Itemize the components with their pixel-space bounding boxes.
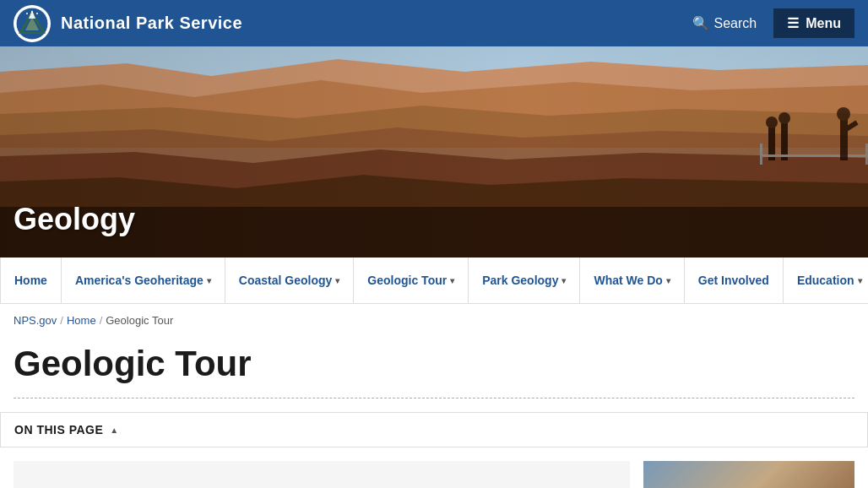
breadcrumb: NPS.gov / Home / Geologic Tour [0, 304, 868, 337]
page-title: Geologic Tour [0, 337, 868, 398]
menu-icon: ☰ [787, 15, 799, 31]
americas-geoheritage-chevron-icon: ▾ [207, 276, 211, 285]
on-this-page-label: ON THIS PAGE [14, 423, 103, 436]
nav-education-label: Education [797, 274, 854, 287]
nav-home-label: Home [14, 274, 47, 287]
search-icon: 🔍 [692, 15, 709, 31]
content-text-placeholder [14, 461, 630, 488]
header-left: National Park Service [14, 5, 242, 42]
breadcrumb-home-link[interactable]: Home [67, 314, 96, 327]
nav-americas-geoheritage-label: America's Geoheritage [75, 274, 203, 287]
education-chevron-icon: ▾ [858, 276, 862, 285]
nps-logo [14, 5, 51, 42]
nav-get-involved-label: Get Involved [698, 274, 769, 287]
svg-point-6 [36, 13, 38, 14]
what-we-do-chevron-icon: ▾ [666, 276, 670, 285]
on-this-page-bar[interactable]: ON THIS PAGE ▲ [0, 412, 868, 447]
hero-image: Geology [0, 46, 868, 258]
title-divider [14, 398, 854, 399]
nav-park-geology-label: Park Geology [482, 274, 558, 287]
nav-geologic-tour-label: Geologic Tour [367, 274, 447, 287]
svg-point-5 [26, 13, 28, 14]
coastal-geology-chevron-icon: ▾ [335, 276, 339, 285]
search-label: Search [714, 16, 757, 31]
site-title: National Park Service [61, 14, 242, 33]
nav-item-get-involved[interactable]: Get Involved [685, 258, 784, 303]
page-hero-title: Geology [14, 202, 135, 237]
nav-item-coastal-geology[interactable]: Coastal Geology ▾ [225, 258, 354, 303]
park-geology-chevron-icon: ▾ [561, 276, 566, 285]
svg-point-7 [31, 11, 33, 13]
nav-coastal-geology-label: Coastal Geology [239, 274, 332, 287]
breadcrumb-sep-2: / [100, 314, 103, 327]
menu-button[interactable]: ☰ Menu [773, 8, 854, 38]
nav-item-americas-geoheritage[interactable]: America's Geoheritage ▾ [62, 258, 225, 303]
content-area [0, 447, 868, 488]
menu-label: Menu [806, 16, 841, 31]
nav-item-education[interactable]: Education ▾ [784, 258, 868, 303]
nav-item-geologic-tour[interactable]: Geologic Tour ▾ [354, 258, 469, 303]
site-header: National Park Service 🔍 Search ☰ Menu [0, 0, 868, 46]
header-right: 🔍 Search ☰ Menu [682, 8, 854, 38]
nav-item-home[interactable]: Home [0, 258, 62, 303]
geologic-tour-chevron-icon: ▾ [450, 276, 454, 285]
content-image-placeholder [643, 461, 854, 488]
breadcrumb-sep-1: / [60, 314, 63, 327]
breadcrumb-current: Geologic Tour [106, 314, 173, 327]
nav-item-what-we-do[interactable]: What We Do ▾ [580, 258, 684, 303]
nav-item-park-geology[interactable]: Park Geology ▾ [469, 258, 580, 303]
breadcrumb-nps-link[interactable]: NPS.gov [14, 314, 57, 327]
nav-what-we-do-label: What We Do [594, 274, 662, 287]
on-this-page-chevron-icon: ▲ [110, 426, 118, 435]
search-button[interactable]: 🔍 Search [682, 10, 768, 36]
secondary-nav: Home America's Geoheritage ▾ Coastal Geo… [0, 258, 868, 304]
